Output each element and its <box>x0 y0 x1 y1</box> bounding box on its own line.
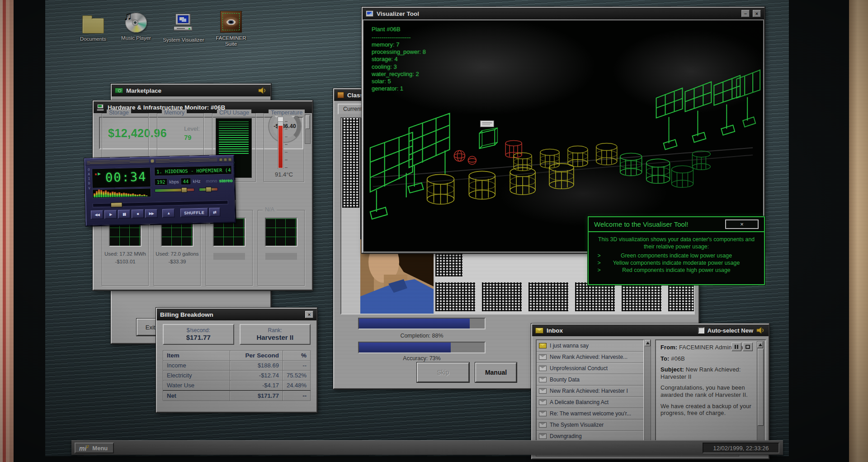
skip-button[interactable]: Skip <box>417 362 469 382</box>
icon-label: FACEMINER Suite <box>210 35 252 47</box>
player-shade-icon[interactable] <box>223 157 227 161</box>
scroll-up-icon[interactable] <box>757 342 763 348</box>
track-title: 1. HIDDENOS - HOPEMINER (4:17) <box>154 165 232 176</box>
billing-table: Item Per Second % Income $188.69 -- Elec… <box>163 350 311 401</box>
speaker-icon <box>258 87 267 94</box>
cell-pct: 24.48% <box>283 381 310 391</box>
classifier-icon <box>337 92 344 98</box>
email-body-paragraph: We have created a backup of your progres… <box>660 403 754 417</box>
list-item[interactable]: Re: The warmest welcome you'r... <box>537 408 643 419</box>
auto-select-label: Auto-select New <box>708 327 753 334</box>
list-item[interactable]: New Rank Achieved: Harveste... <box>537 352 643 363</box>
desktop-icon-faceminer-suite[interactable]: FACEMINER Suite <box>210 11 252 47</box>
per-second-box: $/second: $171.77 <box>163 324 234 345</box>
cell-item: Income <box>163 361 230 371</box>
list-item[interactable]: New Rank Achieved: Harvester I <box>537 386 643 397</box>
desktop-icon-system-visualizer[interactable]: System Visualizer <box>163 13 204 43</box>
list-scrollbar[interactable] <box>644 339 651 453</box>
temperature-value: 91.4°C <box>264 171 304 178</box>
table-row-net: Net $171.77 -- <box>163 391 311 401</box>
list-item[interactable]: The System Visualizer <box>537 419 643 431</box>
repeat-button[interactable]: ⇄ <box>209 208 220 217</box>
cell-item: Electricity <box>163 371 230 381</box>
monitor-scrollbar[interactable] <box>305 114 311 144</box>
samplerate-unit: kHz <box>193 178 200 183</box>
stat-line: generator: 1 <box>372 85 426 92</box>
dialog-close-button[interactable]: × <box>725 219 759 229</box>
thermometer-ticks <box>285 121 288 168</box>
bitrate-value: 192 <box>154 178 167 186</box>
billing-title: Billing Breakdown <box>160 311 213 318</box>
list-item[interactable]: Bounty Data <box>537 374 643 386</box>
dialog-intro: This 3D visualization shows your data ce… <box>593 236 760 250</box>
billing-titlebar[interactable]: Billing Breakdown × <box>157 309 316 320</box>
temperature-group: Temperature 91.4°C <box>264 113 304 182</box>
taskbar: mi2 Menu 12/02/1999, 22:33:26 <box>71 440 783 455</box>
desktop-icon-music-player[interactable]: ♫ Music Player <box>115 13 157 41</box>
scroll-up-icon[interactable] <box>645 340 651 346</box>
storage-label: Storage <box>107 110 131 116</box>
read-envelope-icon <box>539 377 547 382</box>
unread-envelope-icon <box>539 343 547 348</box>
close-icon[interactable]: × <box>753 10 761 17</box>
manual-button[interactable]: Manual <box>475 362 517 382</box>
rank-label: Rank: <box>241 327 310 333</box>
visualizer-titlebar[interactable]: Visualizer Tool – × <box>363 8 764 19</box>
table-row: Income $188.69 -- <box>163 361 311 371</box>
na-panel-2: N/A <box>258 210 305 286</box>
col-per-second: Per Second <box>230 351 283 361</box>
billing-window: Billing Breakdown × $/second: $171.77 Ra… <box>156 308 317 413</box>
accuracy-fill <box>359 343 451 352</box>
previous-button[interactable]: ◀◀ <box>91 210 103 219</box>
na-bar-2 <box>265 253 297 260</box>
cell-pct: 75.52% <box>283 371 310 381</box>
pause-button[interactable]: ▮▮ <box>118 210 130 219</box>
power-used: Used: 17.32 MWh <box>104 251 146 257</box>
monitor-bezel-left <box>0 0 14 462</box>
rank-value: Harvester II <box>241 333 310 341</box>
list-item[interactable]: I just wanna say <box>537 340 643 352</box>
na-label: N/A <box>263 206 277 213</box>
close-icon[interactable]: × <box>305 311 313 318</box>
player-clutterbar[interactable]: O A I D V <box>87 167 91 191</box>
desktop-icon-documents[interactable]: Documents <box>72 13 114 42</box>
read-envelope-icon <box>539 388 547 394</box>
list-item[interactable]: A Delicate Balancing Act <box>537 397 643 408</box>
monitor-bezel-right <box>849 0 868 462</box>
music-player-window: O A I D V ▶ 00:34 1. HIDDENOS - HOPEMINE… <box>84 155 236 226</box>
pause-notifications-icon[interactable] <box>731 343 741 351</box>
subject-label: Subject: <box>660 366 684 373</box>
stop-button[interactable]: ■ <box>132 210 144 219</box>
bullet-marker: > <box>593 267 605 274</box>
menu-button[interactable]: mi2 Menu <box>75 443 114 453</box>
scroll-thumb[interactable] <box>758 349 764 426</box>
list-item[interactable]: Unprofessional Conduct <box>537 363 643 374</box>
message-subject: Downgrading <box>550 433 582 439</box>
player-minimize-icon[interactable] <box>219 157 222 161</box>
shuffle-button[interactable]: SHUFFLE <box>180 208 208 217</box>
volume-slider[interactable] <box>155 188 194 192</box>
accuracy-bar <box>358 342 486 353</box>
seek-bar[interactable] <box>93 200 228 208</box>
minimize-icon[interactable]: – <box>741 10 750 17</box>
stat-line: solar: 5 <box>372 78 426 85</box>
player-close-icon[interactable] <box>228 157 231 161</box>
inbox-titlebar[interactable]: Inbox Auto-select New <box>532 324 769 336</box>
marketplace-titlebar[interactable]: Marketplace <box>112 85 270 96</box>
next-button[interactable]: ▶▶ <box>145 209 157 218</box>
table-row: Electricity -$12.74 75.52% <box>163 371 311 381</box>
eject-button[interactable]: ▲ <box>162 209 175 218</box>
email-scrollbar[interactable] <box>757 341 764 452</box>
message-subject: New Rank Achieved: Harvester I <box>550 388 628 394</box>
cell-item: Net <box>163 391 230 401</box>
cell-per-second: -$12.74 <box>230 371 283 381</box>
play-button[interactable]: ▶ <box>104 210 117 219</box>
bullet-text: Red components indicate high power usage <box>605 267 760 274</box>
auto-select-checkbox[interactable] <box>698 327 704 333</box>
cell-per-second: -$4.17 <box>230 381 283 391</box>
player-time: 00:34 <box>105 170 147 185</box>
stat-line: processing_power: 8 <box>372 48 426 56</box>
email-to: To: #06B <box>660 355 754 362</box>
balance-slider[interactable] <box>199 187 218 191</box>
popout-icon[interactable] <box>743 343 753 351</box>
